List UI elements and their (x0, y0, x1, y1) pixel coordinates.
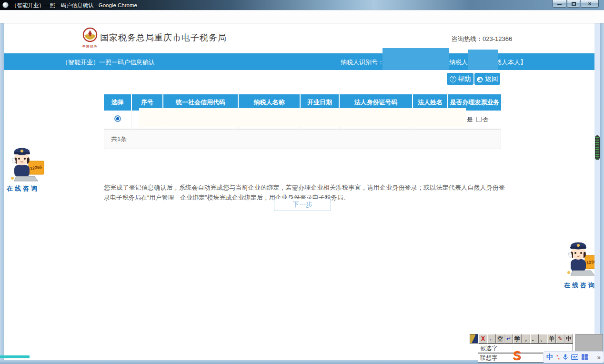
scrollbar-thumb[interactable] (595, 135, 600, 160)
ime-button[interactable]: 、 (539, 334, 547, 344)
invoice-no-checkbox[interactable] (476, 117, 482, 122)
svg-text:中国税务: 中国税务 (82, 45, 98, 49)
ime-button-row: X←空↵学，。、单✎中 (479, 334, 573, 344)
microphone-icon[interactable] (563, 354, 568, 361)
redaction-box-row-data (139, 108, 466, 127)
hotline-text: 咨询热线：023-12366 (452, 35, 512, 43)
ime-button[interactable]: 单 (547, 334, 556, 344)
ime-button[interactable]: ✎ (556, 334, 564, 344)
minimize-icon (557, 4, 562, 5)
help-button[interactable]: ? 帮助 (447, 73, 473, 85)
online-service-mascot-right[interactable]: 12366 (561, 237, 594, 281)
invoice-no-label: 否 (483, 116, 489, 123)
ime-button[interactable]: ↵ (504, 334, 513, 344)
site-title: 国家税务总局重庆市电子税务局 (100, 32, 227, 43)
select-cell[interactable] (104, 111, 131, 129)
taxpayer-table: 选择序号统一社会信用代码纳税人名称开业日期法人身份证号码法人姓名是否办理发票业务… (104, 94, 501, 149)
window-border-left (0, 23, 4, 360)
taxpayer-id-label: 纳税人识别号： (341, 58, 384, 67)
address-bar[interactable]: etax.chongqing.chinatax.gov.cn:6001/swor… (0, 10, 604, 23)
window-title: （智能开业）一照一码户信息确认 - Google Chrome (11, 2, 137, 9)
site-header: 中国税务 国家税务总局重庆市电子税务局 咨询热线：023-12366 (4, 23, 594, 53)
online-service-caption-left[interactable]: 在线咨询 (7, 184, 39, 193)
table-header-cell: 选择 (104, 94, 131, 111)
sogou-logo-icon[interactable]: S (512, 348, 521, 364)
ime-button[interactable]: ← (487, 334, 496, 344)
tax-bureau-logo-icon: 中国税务 (81, 27, 99, 49)
ime-button[interactable]: 中 (564, 334, 573, 344)
table-footer: 共1条 (104, 129, 501, 149)
next-step-label: 下一步 (292, 201, 312, 209)
question-circle-icon: ? (450, 76, 456, 82)
ime-button[interactable]: X (479, 334, 487, 344)
sogou-language-toggle[interactable]: 中 (546, 353, 553, 362)
redaction-box-taxpayer-id (383, 48, 449, 70)
window-border-right (600, 23, 604, 360)
next-step-button[interactable]: 下一步 (274, 199, 331, 211)
sogou-apps-grid-icon[interactable] (582, 354, 588, 360)
window-titlebar[interactable]: （智能开业）一照一码户信息确认 - Google Chrome × (0, 0, 604, 10)
mascot-illustration: 12366 (561, 237, 594, 279)
bottom-left-accent-strip (0, 355, 30, 358)
page-content: 中国税务 国家税务总局重庆市电子税务局 咨询热线：023-12366 （智能开业… (4, 23, 594, 360)
total-count: 共1条 (111, 135, 127, 143)
row-radio-selected[interactable] (114, 115, 121, 122)
help-label: 帮助 (458, 75, 471, 83)
close-icon: × (588, 1, 591, 6)
back-button[interactable]: 返回 (474, 73, 500, 85)
minimize-button[interactable] (553, 0, 566, 8)
online-service-mascot-left[interactable]: 12366 (5, 147, 49, 186)
undo-arrow-icon (476, 76, 483, 82)
tab-favicon-icon (2, 2, 9, 8)
sogou-punctuation-toggle[interactable]: ’, (556, 354, 560, 361)
close-button[interactable]: × (581, 0, 599, 8)
ime-logo-icon[interactable] (470, 334, 478, 344)
sogou-more-chevron[interactable]: » (597, 354, 601, 361)
invoice-yes-label: 是 (467, 116, 473, 123)
navbar-page-title: （智能开业）一照一码户信息确认 (62, 58, 155, 67)
mascot-illustration: 12366 (5, 147, 49, 184)
back-label: 返回 (485, 75, 498, 83)
maximize-icon (572, 2, 576, 6)
ime-button[interactable]: 空 (496, 334, 504, 344)
redaction-box-taxpayer-name (468, 50, 498, 70)
keyboard-icon[interactable] (571, 354, 578, 360)
ime-button[interactable]: 。 (530, 334, 539, 344)
maximize-button[interactable] (567, 0, 580, 8)
online-service-caption-right[interactable]: 在线咨询 (564, 281, 594, 290)
sogou-toolbar: 中 ’, » (543, 351, 604, 363)
vertical-scrollbar[interactable] (594, 23, 600, 360)
ime-button[interactable]: ， (522, 334, 530, 344)
ime-button[interactable]: 学 (513, 334, 522, 344)
